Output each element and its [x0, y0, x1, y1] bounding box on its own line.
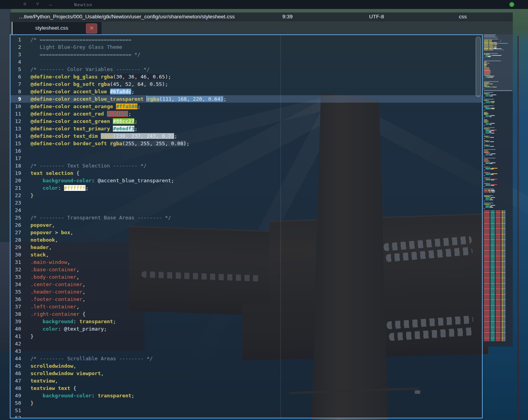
code-token: @define-color [30, 81, 70, 87]
code-line[interactable] [11, 199, 482, 206]
workspace-dots-icon[interactable]: ∵ [36, 1, 39, 7]
code-token: @define-color [30, 103, 70, 109]
code-line[interactable]: notebook, [11, 236, 482, 244]
minimap-viewport[interactable] [483, 34, 513, 91]
code-line[interactable] [11, 340, 482, 347]
code-line[interactable] [11, 58, 482, 66]
code-line[interactable]: @define-color text_dim rgba(230, 237, 24… [11, 132, 482, 140]
code-line[interactable]: text selection { [11, 169, 482, 177]
code-line[interactable]: .right-container { [11, 310, 482, 318]
language-label: css [459, 14, 467, 20]
code-line[interactable]: Light Blue-Grey Glass Theme [11, 43, 482, 51]
color-swatch-token: (30, 36, 46, 0.65) [113, 74, 168, 80]
line-number: 9 [11, 95, 21, 103]
code-line[interactable]: @define-color accent_orange #ffa500; [11, 103, 482, 110]
line-number: 50 [11, 399, 21, 407]
line-number: 37 [11, 303, 21, 310]
code-line[interactable]: } [11, 192, 482, 199]
code-editor[interactable]: /* ============================== Light … [10, 34, 483, 418]
color-swatch-token: (255, 255, 255, 0.08) [122, 141, 186, 146]
statusbar: …tive/Python_Projects/000_Usable/gtk/New… [10, 12, 513, 21]
line-number: 25 [11, 214, 21, 221]
tab-stylesheet-css[interactable]: stylesheet.css ✕ [12, 22, 102, 34]
code-token: /* ============================== [30, 37, 131, 43]
code-lines[interactable]: /* ============================== Light … [11, 36, 482, 418]
line-number: 44 [11, 355, 21, 362]
code-line[interactable]: @define-color border_soft rgba(255, 255,… [11, 140, 482, 147]
code-line[interactable] [11, 407, 482, 414]
code-line[interactable]: @define-color bg_soft rgba(45, 52, 64, 0… [11, 80, 482, 88]
code-token: ; [86, 185, 89, 191]
code-line[interactable]: } [11, 333, 482, 340]
close-icon: ✕ [89, 25, 94, 31]
code-line[interactable]: @define-color bg_glass rgba(30, 36, 46, … [11, 73, 482, 80]
tab-close-button[interactable]: ✕ [86, 23, 97, 34]
code-line[interactable]: background-color: @accent_blue_transpare… [11, 177, 482, 184]
code-line[interactable]: @define-color accent_green #88cc27; [11, 117, 482, 125]
code-line[interactable]: .main-window, [11, 258, 482, 266]
code-token [70, 111, 73, 117]
code-line[interactable]: scrolledwindow viewport, [11, 370, 482, 377]
code-line[interactable]: @define-color text_primary #e6edf3; [11, 125, 482, 132]
code-line[interactable]: color: #ffffff; [11, 184, 482, 192]
code-line[interactable]: textview text { [11, 384, 482, 392]
line-number: 48 [11, 384, 21, 392]
code-line[interactable]: /* ============================== [11, 36, 482, 43]
file-path: …tive/Python_Projects/000_Usable/gtk/New… [19, 14, 235, 20]
minimap[interactable] [483, 34, 513, 347]
code-token: ============================== */ [30, 52, 141, 57]
line-number: 39 [11, 318, 21, 325]
code-token: , [82, 281, 86, 287]
vertical-scrollbar[interactable] [476, 37, 481, 97]
code-line[interactable]: @define-color accent_blue_transparent rg… [11, 95, 482, 103]
code-line[interactable]: scrolledwindow, [11, 362, 482, 370]
color-swatch-token: #c84646 [107, 111, 128, 117]
code-token [61, 185, 64, 191]
code-token: , [52, 222, 55, 228]
code-line[interactable]: } [11, 399, 482, 407]
code-line[interactable]: - - - - - - - - - - - - - - - - - - - - … [11, 414, 482, 418]
code-line[interactable] [11, 147, 482, 155]
code-line[interactable]: background: transparent; [11, 318, 482, 325]
window-close-dot-icon[interactable] [509, 2, 514, 7]
code-token: } [30, 333, 34, 339]
code-line[interactable]: textview, [11, 377, 482, 384]
code-line[interactable]: @define-color accent_blue #6fa8dc; [11, 88, 482, 95]
code-token: ; [134, 126, 137, 132]
code-line[interactable]: .header-container, [11, 288, 482, 295]
code-line[interactable]: .base-container, [11, 266, 482, 273]
color-swatch-token: rgba [147, 96, 159, 102]
code-line[interactable] [11, 347, 482, 355]
code-line[interactable] [11, 155, 482, 162]
code-token [30, 319, 43, 324]
line-number: 7 [11, 80, 21, 88]
code-line[interactable]: .center-container, [11, 281, 482, 288]
code-line[interactable] [11, 206, 482, 214]
code-line[interactable]: .body-container, [11, 273, 482, 281]
code-token: ; [137, 103, 141, 109]
code-line[interactable]: .footer-container, [11, 295, 482, 303]
workspace-grid-icon[interactable]: ∷ [23, 1, 27, 7]
workspace-more-icon[interactable]: ‥ [49, 1, 53, 7]
code-line[interactable]: background-color: transparent; [11, 392, 482, 399]
code-line[interactable]: stack, [11, 251, 482, 258]
code-line[interactable]: /* -------- Color Variables -------- */ [11, 66, 482, 73]
code-token: .body-container [30, 274, 76, 280]
code-token: bg_glass [73, 74, 98, 80]
code-line[interactable]: .left-container, [11, 303, 482, 310]
code-line[interactable]: color: @text_primary; [11, 325, 482, 333]
code-line[interactable]: /* -------- Transparent Base Areas -----… [11, 214, 482, 221]
line-number: 31 [11, 258, 21, 266]
code-token: .header-container [30, 289, 82, 295]
code-token: , [82, 296, 86, 302]
color-swatch-token: (230, 237, 243, 0.7) [113, 133, 174, 139]
code-line[interactable]: header, [11, 244, 482, 251]
code-line[interactable]: popover, [11, 221, 482, 229]
code-line[interactable]: /* -------- Scrollable Areas -------- */ [11, 355, 482, 362]
code-line[interactable]: popover > box, [11, 229, 482, 236]
code-line[interactable]: ============================== */ [11, 51, 482, 58]
code-line[interactable]: @define-color accent_red #c84646; [11, 110, 482, 117]
code-token [70, 89, 73, 94]
color-swatch-token: rgba [110, 141, 122, 146]
code-line[interactable]: /* -------- Text Selection -------- */ [11, 162, 482, 169]
